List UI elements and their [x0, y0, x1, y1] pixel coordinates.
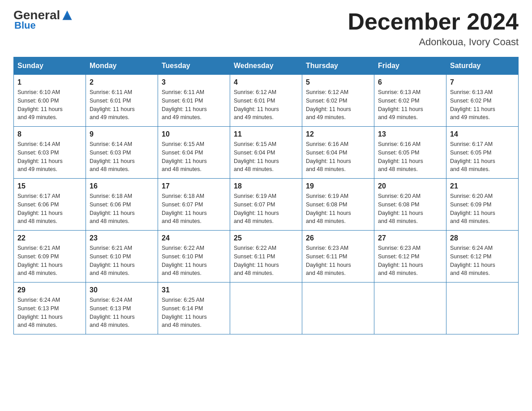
calendar-cell: 31Sunrise: 6:25 AMSunset: 6:14 PMDayligh…	[158, 283, 230, 334]
calendar-week-row: 8Sunrise: 6:14 AMSunset: 6:03 PMDaylight…	[14, 127, 519, 179]
calendar-cell: 14Sunrise: 6:17 AMSunset: 6:05 PMDayligh…	[446, 127, 519, 179]
day-info: Sunrise: 6:15 AMSunset: 6:04 PMDaylight:…	[234, 140, 298, 174]
calendar-cell: 10Sunrise: 6:15 AMSunset: 6:04 PMDayligh…	[158, 127, 230, 179]
day-info: Sunrise: 6:11 AMSunset: 6:01 PMDaylight:…	[90, 88, 154, 122]
day-number: 4	[234, 78, 298, 86]
day-info: Sunrise: 6:19 AMSunset: 6:07 PMDaylight:…	[234, 192, 298, 226]
calendar-header-row: SundayMondayTuesdayWednesdayThursdayFrid…	[14, 57, 519, 75]
day-number: 10	[162, 130, 226, 138]
day-number: 23	[90, 234, 154, 242]
day-info: Sunrise: 6:17 AMSunset: 6:06 PMDaylight:…	[17, 192, 82, 226]
day-info: Sunrise: 6:25 AMSunset: 6:14 PMDaylight:…	[162, 296, 226, 330]
day-number: 13	[378, 130, 442, 138]
day-info: Sunrise: 6:11 AMSunset: 6:01 PMDaylight:…	[162, 88, 226, 122]
day-number: 21	[450, 182, 515, 190]
day-info: Sunrise: 6:16 AMSunset: 6:04 PMDaylight:…	[306, 140, 370, 174]
day-info: Sunrise: 6:19 AMSunset: 6:08 PMDaylight:…	[306, 192, 370, 226]
day-number: 25	[234, 234, 298, 242]
calendar-cell: 11Sunrise: 6:15 AMSunset: 6:04 PMDayligh…	[230, 127, 302, 179]
day-info: Sunrise: 6:12 AMSunset: 6:01 PMDaylight:…	[234, 88, 298, 122]
day-number: 24	[162, 234, 226, 242]
calendar-cell: 28Sunrise: 6:24 AMSunset: 6:12 PMDayligh…	[446, 231, 519, 283]
day-info: Sunrise: 6:17 AMSunset: 6:05 PMDaylight:…	[450, 140, 515, 174]
day-number: 27	[378, 234, 442, 242]
logo: General Blue	[13, 9, 73, 31]
day-info: Sunrise: 6:21 AMSunset: 6:10 PMDaylight:…	[90, 244, 154, 278]
day-info: Sunrise: 6:12 AMSunset: 6:02 PMDaylight:…	[306, 88, 370, 122]
day-info: Sunrise: 6:16 AMSunset: 6:05 PMDaylight:…	[378, 140, 442, 174]
calendar-cell: 30Sunrise: 6:24 AMSunset: 6:13 PMDayligh…	[86, 283, 158, 334]
column-header-monday: Monday	[86, 57, 158, 75]
calendar-cell: 6Sunrise: 6:13 AMSunset: 6:02 PMDaylight…	[374, 75, 446, 127]
day-info: Sunrise: 6:14 AMSunset: 6:03 PMDaylight:…	[17, 140, 82, 174]
day-number: 6	[378, 78, 442, 86]
calendar-cell: 13Sunrise: 6:16 AMSunset: 6:05 PMDayligh…	[374, 127, 446, 179]
day-info: Sunrise: 6:18 AMSunset: 6:07 PMDaylight:…	[162, 192, 226, 226]
calendar-cell: 22Sunrise: 6:21 AMSunset: 6:09 PMDayligh…	[14, 231, 86, 283]
calendar-cell: 24Sunrise: 6:22 AMSunset: 6:10 PMDayligh…	[158, 231, 230, 283]
calendar-cell	[374, 283, 446, 334]
day-info: Sunrise: 6:18 AMSunset: 6:06 PMDaylight:…	[90, 192, 154, 226]
calendar-cell: 5Sunrise: 6:12 AMSunset: 6:02 PMDaylight…	[302, 75, 374, 127]
day-info: Sunrise: 6:24 AMSunset: 6:13 PMDaylight:…	[90, 296, 154, 330]
calendar-cell	[446, 283, 519, 334]
calendar-cell: 1Sunrise: 6:10 AMSunset: 6:00 PMDaylight…	[14, 75, 86, 127]
day-number: 19	[306, 182, 370, 190]
day-info: Sunrise: 6:13 AMSunset: 6:02 PMDaylight:…	[378, 88, 442, 122]
calendar-week-row: 15Sunrise: 6:17 AMSunset: 6:06 PMDayligh…	[14, 179, 519, 231]
logo-icon	[61, 9, 73, 21]
title-area: December 2024 Adonkoua, Ivory Coast	[348, 9, 519, 48]
calendar-cell: 9Sunrise: 6:14 AMSunset: 6:03 PMDaylight…	[86, 127, 158, 179]
day-number: 29	[17, 286, 82, 294]
calendar-cell: 17Sunrise: 6:18 AMSunset: 6:07 PMDayligh…	[158, 179, 230, 231]
day-number: 12	[306, 130, 370, 138]
day-number: 3	[162, 78, 226, 86]
calendar-table: SundayMondayTuesdayWednesdayThursdayFrid…	[13, 57, 519, 334]
calendar-cell: 26Sunrise: 6:23 AMSunset: 6:11 PMDayligh…	[302, 231, 374, 283]
column-header-saturday: Saturday	[446, 57, 519, 75]
day-info: Sunrise: 6:23 AMSunset: 6:11 PMDaylight:…	[306, 244, 370, 278]
day-info: Sunrise: 6:22 AMSunset: 6:11 PMDaylight:…	[234, 244, 298, 278]
day-number: 8	[17, 130, 82, 138]
day-number: 14	[450, 130, 515, 138]
column-header-sunday: Sunday	[14, 57, 86, 75]
day-info: Sunrise: 6:20 AMSunset: 6:09 PMDaylight:…	[450, 192, 515, 226]
day-number: 20	[378, 182, 442, 190]
column-header-friday: Friday	[374, 57, 446, 75]
calendar-cell: 25Sunrise: 6:22 AMSunset: 6:11 PMDayligh…	[230, 231, 302, 283]
day-info: Sunrise: 6:10 AMSunset: 6:00 PMDaylight:…	[17, 88, 82, 122]
calendar-week-row: 22Sunrise: 6:21 AMSunset: 6:09 PMDayligh…	[14, 231, 519, 283]
calendar-cell: 29Sunrise: 6:24 AMSunset: 6:13 PMDayligh…	[14, 283, 86, 334]
calendar-cell	[230, 283, 302, 334]
page-header: General Blue December 2024 Adonkoua, Ivo…	[13, 9, 519, 48]
location-title: Adonkoua, Ivory Coast	[348, 36, 519, 48]
day-number: 17	[162, 182, 226, 190]
calendar-week-row: 1Sunrise: 6:10 AMSunset: 6:00 PMDaylight…	[14, 75, 519, 127]
day-number: 11	[234, 130, 298, 138]
calendar-cell: 3Sunrise: 6:11 AMSunset: 6:01 PMDaylight…	[158, 75, 230, 127]
day-number: 9	[90, 130, 154, 138]
day-info: Sunrise: 6:24 AMSunset: 6:13 PMDaylight:…	[17, 296, 82, 330]
day-info: Sunrise: 6:24 AMSunset: 6:12 PMDaylight:…	[450, 244, 515, 278]
day-number: 18	[234, 182, 298, 190]
calendar-cell: 19Sunrise: 6:19 AMSunset: 6:08 PMDayligh…	[302, 179, 374, 231]
calendar-cell: 12Sunrise: 6:16 AMSunset: 6:04 PMDayligh…	[302, 127, 374, 179]
day-number: 2	[90, 78, 154, 86]
calendar-cell: 15Sunrise: 6:17 AMSunset: 6:06 PMDayligh…	[14, 179, 86, 231]
calendar-cell: 23Sunrise: 6:21 AMSunset: 6:10 PMDayligh…	[86, 231, 158, 283]
day-number: 5	[306, 78, 370, 86]
day-number: 22	[17, 234, 82, 242]
calendar-cell: 4Sunrise: 6:12 AMSunset: 6:01 PMDaylight…	[230, 75, 302, 127]
calendar-cell: 21Sunrise: 6:20 AMSunset: 6:09 PMDayligh…	[446, 179, 519, 231]
calendar-cell: 7Sunrise: 6:13 AMSunset: 6:02 PMDaylight…	[446, 75, 519, 127]
day-info: Sunrise: 6:20 AMSunset: 6:08 PMDaylight:…	[378, 192, 442, 226]
day-number: 15	[17, 182, 82, 190]
day-info: Sunrise: 6:21 AMSunset: 6:09 PMDaylight:…	[17, 244, 82, 278]
month-title: December 2024	[348, 9, 519, 34]
day-number: 16	[90, 182, 154, 190]
day-info: Sunrise: 6:22 AMSunset: 6:10 PMDaylight:…	[162, 244, 226, 278]
day-info: Sunrise: 6:23 AMSunset: 6:12 PMDaylight:…	[378, 244, 442, 278]
calendar-cell: 2Sunrise: 6:11 AMSunset: 6:01 PMDaylight…	[86, 75, 158, 127]
calendar-cell: 27Sunrise: 6:23 AMSunset: 6:12 PMDayligh…	[374, 231, 446, 283]
calendar-cell: 16Sunrise: 6:18 AMSunset: 6:06 PMDayligh…	[86, 179, 158, 231]
